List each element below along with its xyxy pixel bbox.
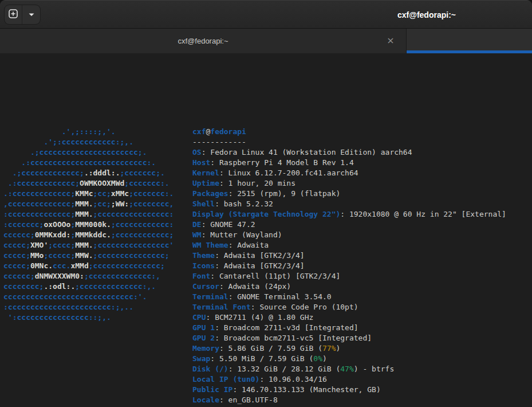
chevron-down-icon xyxy=(28,10,35,19)
new-tab-icon xyxy=(8,9,18,21)
terminal-screen[interactable]: .',;::::;,'. .';:cccccccccccc:;,. .;cccc… xyxy=(0,53,532,407)
window-title: cxf@fedorapi:~ xyxy=(378,1,475,29)
tab-bar: cxf@fedorapi:~ × xyxy=(0,29,532,53)
tab-title: cxf@fedorapi:~ xyxy=(178,37,228,45)
tab-close-icon[interactable]: × xyxy=(385,36,396,46)
fedora-ascii-logo: .',;::::;,'. .';:cccccccccccc:;,. .;cccc… xyxy=(3,127,174,323)
fastfetch-info: cxf@fedorapi ------------ OS: Fedora Lin… xyxy=(192,127,506,405)
tab-bar-active-region xyxy=(407,29,532,53)
header-button-group xyxy=(5,5,40,24)
new-tab-button[interactable] xyxy=(5,5,22,24)
titlebar[interactable]: cxf@fedorapi:~ xyxy=(0,0,532,29)
terminal-window: cxf@fedorapi:~ cxf@fedorapi:~ × .',;::::… xyxy=(0,0,532,407)
tab-cxf-fedorapi[interactable]: cxf@fedorapi:~ × xyxy=(0,29,407,53)
new-tab-dropdown-button[interactable] xyxy=(22,5,40,24)
